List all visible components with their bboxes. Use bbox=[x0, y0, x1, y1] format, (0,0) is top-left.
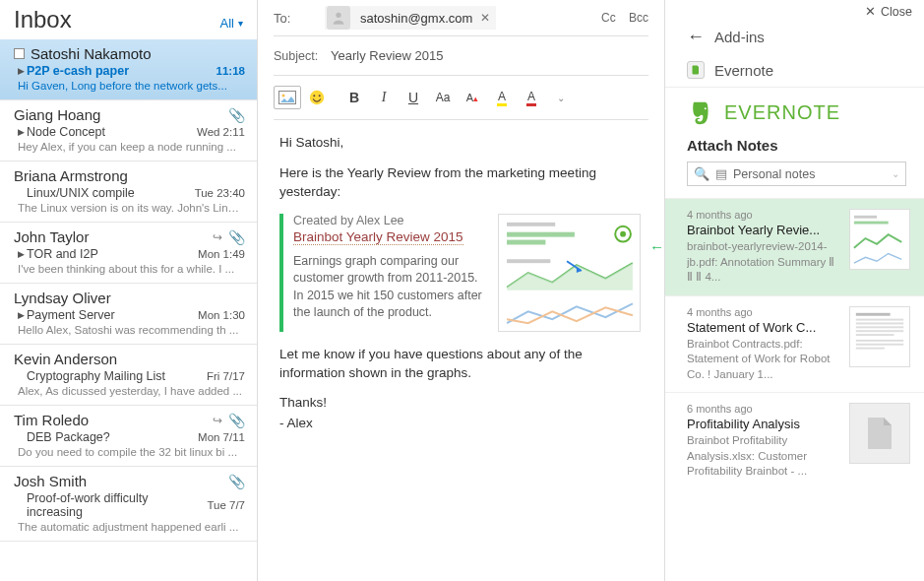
mail-sender: John Taylor bbox=[14, 228, 213, 245]
svg-point-2 bbox=[282, 95, 285, 97]
mail-time: Tue 7/7 bbox=[207, 499, 245, 511]
svg-rect-13 bbox=[507, 259, 550, 263]
expand-icon[interactable]: ▶ bbox=[18, 249, 25, 259]
mail-item[interactable]: Giang Hoang📎▶Node ConceptWed 2:11Hey Ale… bbox=[0, 100, 257, 161]
svg-rect-26 bbox=[856, 330, 903, 332]
note-card[interactable]: ←4 months agoBrainbot Yearly Revie...bra… bbox=[665, 198, 924, 295]
note-title[interactable]: Brainbot Yearly Review 2015 bbox=[293, 229, 463, 245]
notebook-picker[interactable]: 🔍 ▤ Personal notes ⌄ bbox=[687, 161, 906, 186]
mail-sender: Kevin Anderson bbox=[14, 351, 245, 367]
mail-item[interactable]: Josh Smith📎Proof-of-work difficulty incr… bbox=[0, 467, 257, 542]
insert-image-button[interactable] bbox=[274, 86, 301, 109]
mail-preview: Hi Gaven, Long before the network gets..… bbox=[14, 80, 245, 92]
chevron-down-icon: ▾ bbox=[238, 18, 243, 29]
font-size-button[interactable]: Aa bbox=[429, 86, 457, 109]
svg-rect-25 bbox=[856, 326, 903, 328]
evernote-brand-text: EVERNOTE bbox=[724, 101, 840, 124]
svg-rect-29 bbox=[856, 343, 903, 345]
mail-item[interactable]: John Taylor↩📎▶TOR and I2PMon 1:49I've be… bbox=[0, 223, 257, 284]
chevron-down-icon: ⌄ bbox=[892, 168, 899, 179]
svg-rect-30 bbox=[856, 347, 885, 349]
note-card[interactable]: 4 months agoStatement of Work C...Brainb… bbox=[665, 295, 924, 393]
svg-point-0 bbox=[336, 13, 340, 18]
mail-checkbox[interactable] bbox=[14, 48, 25, 59]
body-greeting: Hi Satoshi, bbox=[279, 134, 641, 153]
person-icon bbox=[327, 6, 350, 30]
expand-icon[interactable]: ▶ bbox=[18, 310, 25, 320]
attachment-icon: 📎 bbox=[228, 229, 245, 245]
mail-sender: Josh Smith bbox=[14, 473, 228, 489]
note-title: Brainbot Yearly Revie... bbox=[687, 223, 839, 237]
search-icon: 🔍 bbox=[694, 166, 709, 181]
svg-rect-28 bbox=[856, 339, 903, 341]
mail-time: Fri 7/17 bbox=[207, 370, 245, 382]
attach-notes-title: Attach Notes bbox=[665, 133, 924, 161]
svg-point-5 bbox=[319, 95, 321, 97]
mail-time: Mon 1:30 bbox=[198, 309, 245, 321]
attachment-icon: 📎 bbox=[228, 474, 245, 489]
superscript-button[interactable]: A▴ bbox=[459, 86, 486, 109]
addins-label: Add-ins bbox=[714, 29, 765, 45]
svg-rect-7 bbox=[507, 223, 555, 226]
remove-recipient-icon[interactable]: ✕ bbox=[476, 11, 494, 25]
close-panel-button[interactable]: ✕ Close bbox=[853, 0, 924, 23]
note-subtitle: brainbot-yearlyreview-2014-jb.pdf: Annot… bbox=[687, 239, 839, 286]
note-subtitle: Brainbot Profitability Analysis.xlsx: Cu… bbox=[687, 433, 839, 480]
bcc-button[interactable]: Bcc bbox=[629, 11, 648, 25]
inbox-filter-label: All bbox=[220, 16, 234, 31]
mail-subject: Payment Server bbox=[27, 308, 198, 322]
subject-input[interactable]: Yearly Review 2015 bbox=[331, 48, 443, 63]
svg-rect-20 bbox=[854, 222, 889, 225]
recipient-email: satoshin@gmx.com bbox=[356, 9, 476, 28]
inbox-pane: Inbox All ▾ Satoshi Nakamoto▶P2P e-cash … bbox=[0, 0, 258, 581]
mail-item[interactable]: Satoshi Nakamoto▶P2P e-cash paper11:18Hi… bbox=[0, 39, 257, 100]
evernote-nav[interactable]: Evernote bbox=[665, 53, 924, 88]
addins-nav[interactable]: ← Add-ins bbox=[665, 23, 924, 53]
expand-icon[interactable]: ▶ bbox=[18, 66, 25, 76]
note-description: Earnings graph comparing our customer gr… bbox=[293, 253, 490, 322]
mail-sender: Satoshi Nakamoto bbox=[31, 45, 245, 62]
cc-bcc: Cc Bcc bbox=[591, 11, 648, 25]
close-icon: ✕ bbox=[865, 4, 876, 19]
mail-sender: Tim Roledo bbox=[14, 412, 213, 428]
mail-preview: Hello Alex, Satoshi was recommending th … bbox=[14, 324, 245, 336]
underline-button[interactable]: U bbox=[400, 86, 427, 109]
mail-subject: Node Concept bbox=[27, 125, 197, 139]
inbox-title: Inbox bbox=[14, 6, 72, 33]
note-card[interactable]: 6 months agoProfitability AnalysisBrainb… bbox=[665, 392, 924, 489]
mail-item[interactable]: Tim Roledo↩📎DEB Package?Mon 7/11Do you n… bbox=[0, 406, 257, 467]
highlight-button[interactable]: A bbox=[488, 86, 516, 109]
italic-button[interactable]: I bbox=[370, 86, 398, 109]
evernote-elephant-icon bbox=[687, 97, 716, 127]
bold-button[interactable]: B bbox=[340, 86, 368, 109]
to-label: To: bbox=[274, 11, 325, 26]
cc-button[interactable]: Cc bbox=[601, 11, 616, 25]
font-color-button[interactable]: A bbox=[518, 86, 545, 109]
mail-time: Wed 2:11 bbox=[197, 126, 245, 138]
subject-label: Subject: bbox=[274, 49, 331, 63]
attachment-icon: 📎 bbox=[228, 413, 245, 428]
addin-panel: ✕ Close ← Add-ins Evernote EVERNOTE Atta… bbox=[665, 0, 924, 581]
emoji-button[interactable] bbox=[303, 86, 331, 109]
mail-item[interactable]: Kevin AndersonCryptography Mailing ListF… bbox=[0, 345, 257, 406]
evernote-brand: EVERNOTE bbox=[665, 88, 924, 133]
recipient-chip[interactable]: satoshin@gmx.com ✕ bbox=[325, 6, 496, 30]
more-format-button[interactable]: ⌄ bbox=[547, 86, 575, 109]
mail-preview: The automatic adjustment happened earli … bbox=[14, 521, 245, 533]
svg-rect-8 bbox=[507, 231, 575, 236]
back-arrow-icon[interactable]: ← bbox=[687, 27, 705, 47]
compose-body[interactable]: Hi Satoshi, Here is the Yearly Review fr… bbox=[274, 120, 648, 433]
svg-rect-9 bbox=[507, 239, 545, 244]
compose-pane: To: satoshin@gmx.com ✕ Cc Bcc Subject: Y… bbox=[258, 0, 665, 581]
inbox-filter[interactable]: All ▾ bbox=[220, 16, 243, 31]
mail-item[interactable]: Briana ArmstrongLinux/UNIX compileTue 23… bbox=[0, 161, 257, 223]
mail-item[interactable]: Lyndsay Oliver▶Payment ServerMon 1:30Hel… bbox=[0, 284, 257, 345]
format-toolbar: B I U Aa A▴ A A ⌄ bbox=[274, 76, 648, 120]
body-intro: Here is the Yearly Review from the marke… bbox=[279, 164, 641, 202]
inserted-note: Created by Alex Lee Brainbot Yearly Revi… bbox=[279, 214, 641, 332]
svg-rect-22 bbox=[856, 312, 891, 315]
note-title: Statement of Work C... bbox=[687, 320, 839, 335]
note-time: 4 months ago bbox=[687, 209, 839, 221]
expand-icon[interactable]: ▶ bbox=[18, 127, 25, 137]
note-title: Profitability Analysis bbox=[687, 417, 839, 431]
